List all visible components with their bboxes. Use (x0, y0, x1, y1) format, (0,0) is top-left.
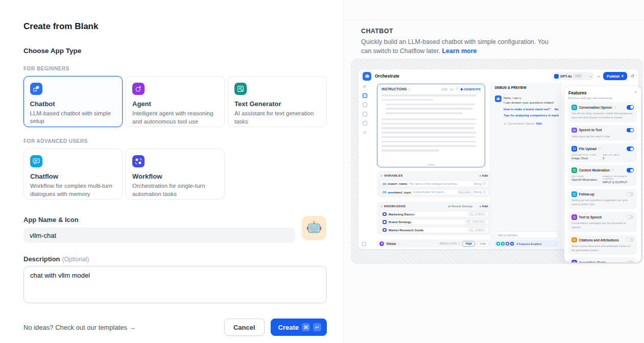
learn-more-link[interactable]: Learn more (442, 47, 476, 55)
app-type-card-workflow[interactable]: Workflow Orchestration for single-turn a… (126, 149, 225, 200)
card-title: Text Generator (234, 100, 320, 108)
feature-mini-icon (506, 242, 509, 246)
variable-settings-icon[interactable] (483, 191, 486, 193)
features-panel: Features × Enhance web-app user experien… (564, 86, 641, 262)
app-name-block: App Name & Icon (23, 216, 327, 243)
feature-card-conversation-opener: Conversation Opener ⓘ You are an entity … (568, 102, 637, 122)
arrow-right-icon: → (129, 324, 136, 331)
knowledge-title: KNOWLEDGE (384, 204, 406, 208)
bot-greeting-line2: I can answer your questions related (504, 100, 559, 105)
suggestion-link[interactable]: Tips for analyzing competitors in marke (504, 113, 559, 118)
model-selector[interactable]: GPT-4o CHAT ◦ ◦ ∨ (552, 72, 594, 80)
create-button[interactable]: Create ⌘ ↵ (271, 318, 327, 336)
follow-up-icon (571, 191, 577, 197)
toggle[interactable] (627, 238, 634, 242)
toggle[interactable] (627, 215, 634, 219)
preview-header: Orchestrate GPT-4o CHAT ◦ ◦ ∨ ⇄ Publish (359, 69, 638, 83)
toggle[interactable] (627, 260, 634, 262)
sidebar-orchestrate-icon[interactable] (363, 93, 367, 98)
bot-avatar (495, 95, 502, 102)
variables-title: VARIABLES (384, 174, 403, 177)
card-title: Agent (132, 100, 218, 108)
add-variable-button[interactable]: + Add (479, 174, 488, 177)
orchestrate-title: Orchestrate (375, 74, 399, 79)
prompt-skeleton-text (381, 94, 481, 152)
collapse-icon[interactable]: ∨ (380, 205, 383, 208)
rerank-settings-button[interactable]: ⇄ Rerank Settings (448, 205, 473, 208)
app-name-input[interactable] (23, 228, 295, 243)
toggle[interactable] (627, 192, 634, 197)
feature-card-citations: Citations and Attributions Show source d… (568, 235, 637, 255)
toggle[interactable] (627, 105, 634, 110)
beginner-card-row: Chatbot LLM-based chatbot with simple se… (23, 76, 327, 127)
app-type-card-text-generator[interactable]: Text Generator AI assistant for text gen… (228, 76, 327, 127)
description-textarea[interactable] (23, 266, 327, 303)
resolution-low-button[interactable]: Low (477, 241, 489, 247)
sidebar-gallery-icon[interactable] (363, 103, 367, 107)
vision-icon (379, 241, 384, 246)
resize-handle[interactable] (427, 164, 435, 165)
chatbot-icon (30, 83, 42, 95)
copy-icon[interactable]: ⎘ (456, 87, 458, 91)
knowledge-row[interactable]: Market Research Guide HQ · HYBRID (379, 227, 489, 233)
variable-row[interactable]: {x} expert_name The name of the strategi… (379, 180, 489, 187)
workflow-icon (132, 155, 145, 167)
retrieval-badge: HQ · HYBRID (468, 228, 486, 232)
sidebar-bottom-icon[interactable] (362, 242, 366, 246)
info-icon: ⓘ (614, 106, 617, 109)
feature-mini-icon (496, 242, 500, 246)
variable-row[interactable]: {x} unrelated_topic A placeholder for to… (379, 189, 489, 196)
knowledge-section: ∨ KNOWLEDGE ⇄ Rerank Settings + Add Mark… (377, 202, 491, 235)
card-desc: Workflow for complex multi-turn dialogue… (30, 182, 116, 198)
features-subtitle: Enhance web-app user experience (568, 96, 637, 100)
app-icon-picker[interactable] (302, 216, 326, 240)
citations-icon (571, 237, 577, 243)
dataset-icon (383, 212, 387, 216)
history-icon[interactable]: ↺ (630, 74, 634, 79)
preview-sidebar: ⇄ ◎ (359, 83, 371, 249)
resolution-high-button[interactable]: High (462, 241, 475, 247)
cancel-button[interactable]: Cancel (224, 318, 265, 336)
features-enabled-bar[interactable]: 4 Features Enabled (494, 240, 559, 247)
group-label-beginners: FOR BEGINNERS (23, 66, 327, 71)
publish-button[interactable]: Publish ∨ (603, 72, 627, 80)
feature-card-content-moderation: Content Moderation ⓘ PROVIDEROpenAI Mode… (568, 165, 637, 186)
feature-card-annotation-reply: Annotation Reply (568, 257, 637, 262)
content-moderation-icon (571, 167, 577, 173)
info-icon: ⓘ (612, 169, 614, 172)
feature-card-follow-up: Follow-up Setting up next questions sugg… (568, 189, 637, 209)
add-knowledge-button[interactable]: + Add (479, 205, 488, 208)
templates-link[interactable]: No ideas? Check out our templates → (23, 324, 136, 331)
sidebar-settings-icon[interactable]: ◎ (363, 130, 366, 134)
collapse-icon[interactable]: ∨ (380, 174, 383, 177)
feature-card-speech-to-text: Speech to Text Voice input can be used i… (568, 125, 637, 141)
sliders-icon[interactable]: ⇄ (363, 85, 366, 89)
file-upload-icon (571, 146, 577, 152)
params-icon[interactable]: ⇄ (598, 75, 600, 78)
group-label-advanced: FOR ADVANCED USERS (23, 138, 327, 144)
variable-settings-icon[interactable] (483, 182, 486, 185)
sidebar-logs-icon[interactable] (363, 112, 367, 116)
sidebar-docs-icon[interactable] (363, 121, 367, 126)
app-type-card-chatflow[interactable]: Chatflow Workflow for complex multi-turn… (23, 149, 123, 200)
suggestion-link[interactable]: Bes (555, 107, 559, 112)
knowledge-row[interactable]: Brand Strategy HQ · INVERTED (379, 219, 489, 226)
generate-button[interactable]: GENERATE (461, 88, 481, 91)
card-title: Chatbot (30, 100, 116, 108)
toggle[interactable] (627, 168, 634, 173)
app-type-card-agent[interactable]: Agent Intelligent agent with reasoning a… (126, 76, 225, 127)
dataset-icon (383, 228, 387, 232)
chat-input[interactable]: Talk to DifyBot (494, 231, 559, 238)
edit-opener-link[interactable]: Edit (536, 121, 542, 126)
mic-icon: ◦ (584, 75, 585, 78)
close-icon[interactable]: × (634, 90, 637, 94)
toggle[interactable] (627, 128, 634, 133)
modal-footer: No ideas? Check out our templates → Canc… (23, 318, 327, 336)
app-type-card-chatbot[interactable]: Chatbot LLM-based chatbot with simple se… (23, 76, 123, 127)
knowledge-row[interactable]: Marketing Basics HQ · HYBRID (379, 211, 489, 217)
card-desc: Intelligent agent with reasoning and aut… (132, 110, 218, 126)
retrieval-badge: HQ · INVERTED (465, 220, 486, 224)
suggestion-link[interactable]: How to make a brand stand out? (504, 107, 550, 112)
toggle[interactable] (627, 146, 634, 151)
retrieval-badge: HQ · HYBRID (468, 212, 486, 216)
